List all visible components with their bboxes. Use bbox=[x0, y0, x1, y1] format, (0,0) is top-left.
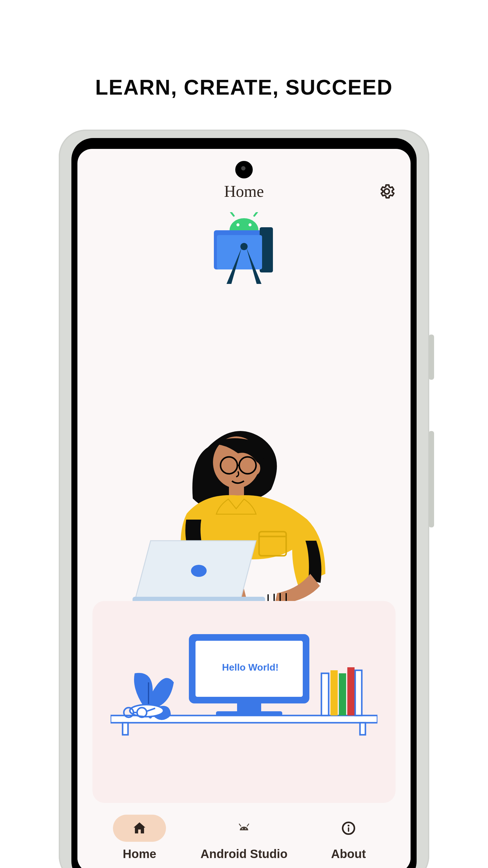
svg-point-0 bbox=[236, 223, 239, 226]
tab-home[interactable]: Home bbox=[100, 815, 178, 861]
svg-rect-20 bbox=[360, 723, 365, 735]
svg-line-38 bbox=[239, 824, 241, 826]
svg-line-3 bbox=[254, 212, 258, 216]
phone-frame: Home bbox=[59, 130, 429, 868]
svg-rect-42 bbox=[348, 827, 349, 832]
svg-point-36 bbox=[242, 828, 243, 830]
person-illustration bbox=[130, 411, 358, 604]
monitor-text: Hello World! bbox=[200, 662, 301, 673]
phone-screen: Home bbox=[77, 149, 411, 868]
svg-rect-19 bbox=[123, 723, 128, 735]
phone-bezel: Home bbox=[71, 138, 417, 868]
page-title: Home bbox=[224, 182, 264, 201]
top-bar: Home bbox=[77, 182, 411, 201]
svg-point-41 bbox=[348, 825, 350, 827]
svg-rect-6 bbox=[217, 235, 262, 270]
svg-rect-31 bbox=[321, 673, 329, 715]
svg-point-16 bbox=[191, 565, 207, 577]
tab-about[interactable]: About bbox=[310, 815, 388, 861]
side-button-top bbox=[429, 335, 434, 380]
svg-point-37 bbox=[245, 828, 246, 830]
tab-home-pill bbox=[113, 815, 166, 842]
svg-rect-32 bbox=[330, 670, 338, 715]
tab-home-label: Home bbox=[123, 847, 156, 861]
front-camera bbox=[235, 161, 253, 179]
side-button-bottom bbox=[429, 431, 434, 527]
bottom-nav: Home Android Studio bbox=[77, 803, 411, 868]
home-icon bbox=[132, 820, 147, 836]
svg-rect-33 bbox=[339, 673, 346, 715]
gear-icon bbox=[378, 183, 395, 200]
svg-rect-35 bbox=[355, 670, 362, 715]
android-icon bbox=[236, 822, 252, 835]
svg-point-7 bbox=[240, 243, 248, 250]
svg-point-1 bbox=[249, 223, 252, 226]
settings-button[interactable] bbox=[378, 183, 395, 200]
svg-rect-34 bbox=[347, 667, 355, 715]
desk-illustration: Hello World! bbox=[110, 625, 378, 740]
info-icon bbox=[341, 820, 356, 836]
svg-line-2 bbox=[230, 212, 234, 216]
tab-android-studio-label: Android Studio bbox=[201, 847, 288, 861]
tab-android-studio[interactable]: Android Studio bbox=[201, 815, 288, 861]
svg-rect-24 bbox=[216, 711, 282, 716]
android-studio-logo bbox=[211, 212, 277, 290]
tab-android-studio-pill bbox=[218, 815, 270, 842]
svg-rect-23 bbox=[237, 704, 261, 712]
desk-card: Hello World! bbox=[93, 601, 395, 803]
tab-about-pill bbox=[322, 815, 375, 842]
svg-line-39 bbox=[247, 824, 249, 826]
tab-about-label: About bbox=[331, 847, 366, 861]
page-headline: LEARN, CREATE, SUCCEED bbox=[0, 75, 488, 99]
